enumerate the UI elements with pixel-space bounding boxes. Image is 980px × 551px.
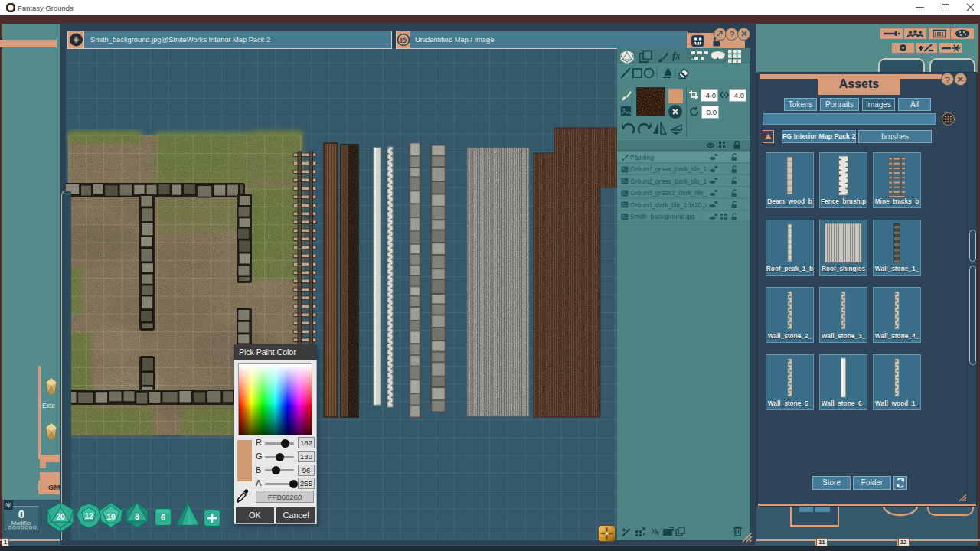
svg-text:ID: ID bbox=[400, 37, 407, 44]
svg-text:8: 8 bbox=[135, 513, 139, 521]
svg-text:10: 10 bbox=[106, 513, 116, 521]
svg-text:x: x bbox=[655, 529, 660, 536]
svg-text:12: 12 bbox=[84, 512, 93, 520]
svg-text:6: 6 bbox=[161, 513, 165, 522]
svg-text:20: 20 bbox=[56, 513, 65, 521]
